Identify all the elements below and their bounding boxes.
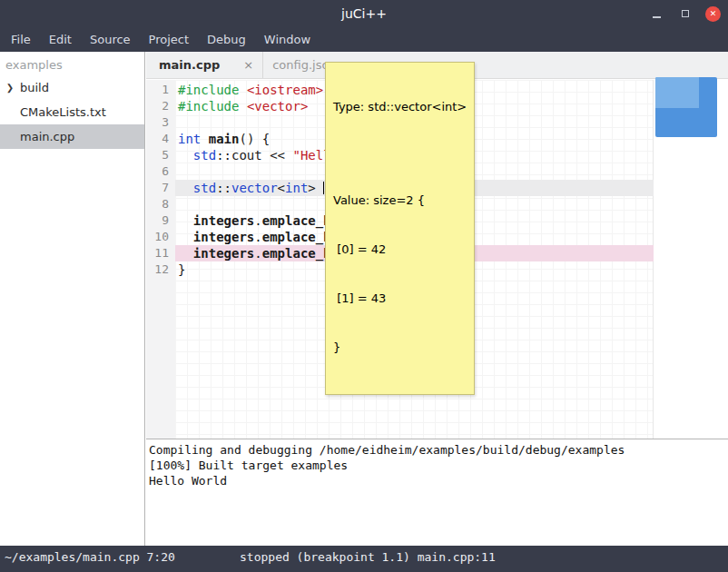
tooltip-gap — [333, 148, 467, 160]
menu-item-project[interactable]: Project — [140, 27, 198, 52]
tooltip-type-line: Type: std::vector<int> — [333, 99, 467, 115]
tab-label: main.cpp — [159, 58, 220, 72]
file-tree-panel: examples ❯ build CMakeLists.txt main.cpp — [0, 52, 145, 546]
tree-item-label: CMakeLists.txt — [0, 100, 106, 124]
line-number[interactable]: 4 — [146, 131, 175, 147]
terminal-line: [100%] Built target examples — [149, 458, 728, 473]
line-number[interactable]: 7 — [146, 180, 175, 196]
tooltip-value-line: [0] = 42 — [333, 242, 467, 258]
tree-item-cmakelists[interactable]: CMakeLists.txt — [0, 100, 144, 124]
terminal-line: Compiling and debugging /home/eidheim/ex… — [149, 442, 728, 458]
project-name: examples — [0, 52, 144, 75]
scrollbar-thumb-highlight — [655, 77, 699, 108]
maximize-icon — [682, 10, 689, 17]
tab-close-icon[interactable]: × — [243, 58, 253, 72]
debug-value-tooltip: Type: std::vector<int> Value: size=2 { [… — [325, 62, 475, 395]
menu-item-file[interactable]: File — [2, 27, 40, 52]
tooltip-value-line: Value: size=2 { — [333, 192, 467, 209]
menu-item-window[interactable]: Window — [255, 27, 320, 52]
tooltip-value-line: [1] = 43 — [333, 291, 467, 307]
juci-window: juCi++ ✕ File Edit Source Project Debug … — [0, 0, 728, 572]
tree-item-label: main.cpp — [0, 124, 74, 149]
close-button[interactable]: ✕ — [705, 6, 721, 22]
statusbar: ~/examples/main.cpp 7:20 stopped (breakp… — [0, 546, 728, 572]
tab-main-cpp[interactable]: main.cpp × — [150, 52, 263, 78]
scrollbar-thumb[interactable] — [655, 77, 717, 137]
chevron-right-icon: ❯ — [3, 75, 17, 100]
minimize-button[interactable] — [649, 6, 664, 22]
line-number[interactable]: 2 — [146, 98, 175, 114]
line-number[interactable]: 9 — [146, 212, 175, 229]
tooltip-value-line: } — [333, 340, 467, 356]
tree-item-main-cpp[interactable]: main.cpp — [0, 124, 144, 149]
menu-item-debug[interactable]: Debug — [198, 27, 255, 52]
line-number[interactable]: 11 — [146, 245, 175, 261]
status-file-position: ~/examples/main.cpp 7:20 — [5, 550, 175, 564]
tree-item-label: build — [17, 75, 49, 100]
menu-item-edit[interactable]: Edit — [40, 27, 81, 52]
menu-item-source[interactable]: Source — [81, 27, 140, 52]
window-title: juCi++ — [0, 6, 728, 21]
line-number[interactable]: 10 — [146, 229, 175, 245]
terminal-output[interactable]: Compiling and debugging /home/eidheim/ex… — [146, 439, 728, 546]
line-number[interactable]: 6 — [146, 163, 175, 180]
line-number[interactable]: 3 — [146, 114, 175, 131]
terminal-line: Hello World — [149, 473, 728, 488]
window-controls: ✕ — [649, 0, 721, 27]
status-debug-state: stopped (breakpoint 1.1) main.cpp:11 — [240, 550, 496, 564]
line-number[interactable]: 12 — [146, 261, 175, 278]
titlebar: juCi++ ✕ — [0, 0, 728, 27]
line-number[interactable]: 8 — [146, 196, 175, 212]
line-number[interactable]: 1 — [146, 82, 175, 98]
maximize-button[interactable] — [677, 6, 693, 22]
tree-item-build[interactable]: ❯ build — [0, 75, 144, 100]
minimize-icon — [653, 16, 661, 18]
menubar: File Edit Source Project Debug Window — [0, 27, 728, 52]
line-number[interactable]: 5 — [146, 147, 175, 163]
